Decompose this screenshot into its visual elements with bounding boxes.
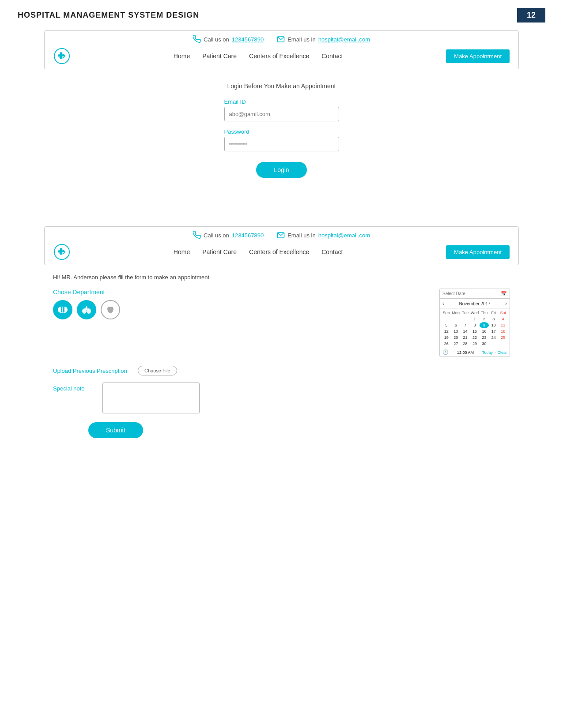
cal-dh-thu: Thu	[480, 310, 489, 316]
nav-home-2[interactable]: Home	[174, 248, 190, 255]
cal-day-4[interactable]: 4	[499, 316, 508, 322]
cal-day-3[interactable]: 3	[489, 316, 498, 322]
email-address-2[interactable]: hospital@email.com	[318, 232, 370, 239]
cal-day-1[interactable]: 1	[470, 316, 479, 322]
dept-brain-icon[interactable]	[53, 300, 72, 319]
cal-day-6[interactable]: 6	[451, 322, 460, 328]
cal-clear-btn[interactable]: Clear	[497, 350, 507, 355]
cal-day-7[interactable]: 7	[461, 322, 470, 328]
choose-file-btn[interactable]: Choose File	[138, 366, 177, 375]
page-title: HOSPITAL MANAGEMENT SYSTEM DESIGN	[18, 11, 199, 20]
cal-grid: Sun Mon Tue Wed Thu Fri Sat 1 2	[440, 309, 510, 348]
svg-text:✚: ✚	[57, 51, 64, 60]
cal-dh-mon: Mon	[451, 310, 460, 316]
cal-time-row: 🕐 12:00 AM Today · Clear	[440, 348, 510, 356]
dept-lungs-icon[interactable]	[77, 300, 96, 319]
cal-day-29[interactable]: 29	[470, 341, 479, 347]
login-btn[interactable]: Login	[256, 162, 306, 178]
cal-day-19[interactable]: 19	[442, 334, 451, 341]
cal-day-15[interactable]: 15	[470, 328, 479, 334]
appt-title: Hi! MR. Anderson please fill the form to…	[53, 274, 510, 281]
cal-week-3: 12 13 14 15 16 17 18	[442, 328, 508, 334]
cal-day-30[interactable]: 30	[480, 341, 489, 347]
dept-gastro-icon[interactable]	[101, 300, 120, 319]
cal-today-btn[interactable]: Today	[482, 350, 493, 355]
appt-main-row: Chose Department	[53, 289, 510, 357]
cal-day-17[interactable]: 17	[489, 328, 498, 334]
logo-1: ✚	[53, 48, 70, 64]
login-form: Email ID Password Login	[53, 98, 510, 178]
cal-day-18[interactable]: 18	[499, 328, 508, 334]
cal-header: ‹ November 2017 ›	[440, 299, 510, 309]
cal-prev-btn[interactable]: ‹	[442, 300, 444, 307]
cal-dh-sun: Sun	[442, 310, 451, 316]
phone-icon-2	[193, 231, 201, 239]
email-input[interactable]	[224, 107, 339, 121]
cal-day-8[interactable]: 8	[470, 322, 479, 328]
nav-phone-2: Call us on 1234567890	[193, 231, 264, 239]
nav-patient-care-1[interactable]: Patient Care	[202, 53, 237, 60]
cal-week-5: 26 27 28 29 30	[442, 341, 508, 347]
nav-home-1[interactable]: Home	[174, 53, 190, 60]
date-input[interactable]	[442, 291, 501, 296]
submit-btn[interactable]: Submit	[88, 422, 143, 438]
cal-time-label: 12:00 AM	[457, 350, 474, 355]
nav-email-1: Email us in hospital@email.com	[277, 35, 370, 43]
nav-card-2: Call us on 1234567890 Email us in hospit…	[44, 226, 519, 265]
nav-links-2: Home Patient Care Centers of Excellence …	[174, 248, 343, 255]
special-note-input[interactable]	[102, 383, 200, 413]
cal-day-27[interactable]: 27	[451, 341, 460, 347]
dept-label: Chose Department	[53, 289, 422, 296]
nav-centers-2[interactable]: Centers of Excellence	[249, 248, 309, 255]
call-prefix-2: Call us on	[204, 232, 229, 239]
nav-contact-2[interactable]: Contact	[321, 248, 343, 255]
call-number-1[interactable]: 1234567890	[232, 36, 264, 43]
password-input[interactable]	[224, 137, 339, 151]
cal-day-13[interactable]: 13	[451, 328, 460, 334]
cal-day-2[interactable]: 2	[480, 316, 489, 322]
cal-day-12[interactable]: 12	[442, 328, 451, 334]
phone-icon	[193, 35, 201, 43]
cal-day-23[interactable]: 23	[480, 334, 489, 341]
cal-dh-tue: Tue	[461, 310, 470, 316]
calendar: 📅 ‹ November 2017 › Sun Mon Tue Wed Thu	[439, 289, 510, 357]
cal-day-21[interactable]: 21	[461, 334, 470, 341]
cal-next-btn[interactable]: ›	[505, 300, 507, 307]
cal-day-22[interactable]: 22	[470, 334, 479, 341]
nav-contact-1[interactable]: Contact	[321, 53, 343, 60]
cal-day-25[interactable]: 25	[499, 334, 508, 341]
cal-day-14[interactable]: 14	[461, 328, 470, 334]
make-appointment-btn-1[interactable]: Make Appointment	[446, 49, 510, 63]
calendar-section: 📅 ‹ November 2017 › Sun Mon Tue Wed Thu	[439, 289, 510, 357]
cal-day-10[interactable]: 10	[489, 322, 498, 328]
calendar-icon: 📅	[501, 291, 507, 296]
nav-centers-1[interactable]: Centers of Excellence	[249, 53, 309, 60]
cal-day-24[interactable]: 24	[489, 334, 498, 341]
cal-day-5[interactable]: 5	[442, 322, 451, 328]
cal-week-1: 1 2 3 4	[442, 316, 508, 322]
call-number-2[interactable]: 1234567890	[232, 232, 264, 239]
cal-day-16[interactable]: 16	[480, 328, 489, 334]
cal-day-11[interactable]: 11	[499, 322, 508, 328]
cal-dh-wed: Wed	[470, 310, 479, 316]
upload-label: Upload Previous Prescription	[53, 368, 132, 374]
email-prefix-2: Email us in	[287, 232, 316, 239]
password-label: Password	[224, 128, 249, 135]
cal-dh-fri: Fri	[489, 310, 498, 316]
cal-day-20[interactable]: 20	[451, 334, 460, 341]
email-icon	[277, 35, 285, 43]
cal-day-28[interactable]: 28	[461, 341, 470, 347]
dept-section: Chose Department	[53, 289, 422, 319]
make-appointment-btn-2[interactable]: Make Appointment	[446, 245, 510, 259]
cal-day-headers: Sun Mon Tue Wed Thu Fri Sat	[442, 310, 508, 316]
email-icon-2	[277, 231, 285, 239]
call-prefix-1: Call us on	[204, 36, 229, 43]
email-address-1[interactable]: hospital@email.com	[318, 36, 370, 43]
cal-day-9[interactable]: 9	[480, 322, 489, 328]
cal-day-26[interactable]: 26	[442, 341, 451, 347]
svg-text:✚: ✚	[57, 247, 64, 256]
email-label: Email ID	[224, 98, 246, 105]
email-prefix-1: Email us in	[287, 36, 316, 43]
nav-patient-care-2[interactable]: Patient Care	[202, 248, 237, 255]
cal-week-2: 5 6 7 8 9 10 11	[442, 322, 508, 328]
